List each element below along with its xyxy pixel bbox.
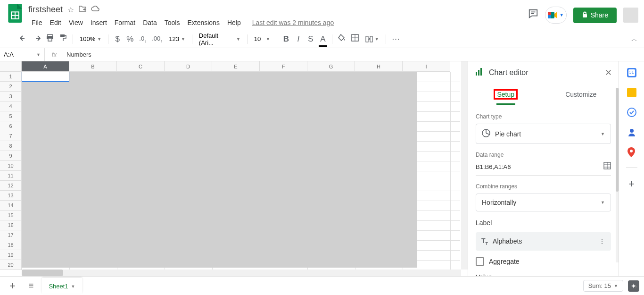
column-header-B[interactable]: B	[69, 61, 117, 72]
row-header-8[interactable]: 8	[0, 141, 22, 151]
sidepanel-toggle-icon[interactable]: ›	[635, 281, 637, 291]
number-format-dropdown[interactable]: 123▼	[166, 34, 188, 43]
maps-icon[interactable]	[627, 147, 636, 157]
row-header-15[interactable]: 15	[0, 211, 22, 220]
row-header-20[interactable]: 20	[0, 260, 22, 270]
row-header-14[interactable]: 14	[0, 201, 22, 211]
column-header-I[interactable]: I	[403, 61, 450, 72]
add-sheet-button[interactable]: +	[5, 280, 20, 292]
row-header-3[interactable]: 3	[0, 92, 22, 101]
quick-sum[interactable]: Sum: 15▼	[583, 280, 623, 292]
data-range-input[interactable]: B1:B6,A1:A6	[476, 163, 511, 170]
decrease-decimal-button[interactable]: .0↓	[137, 33, 148, 45]
formula-input[interactable]: Numbers	[64, 51, 644, 58]
label-chip[interactable]: TT Alphabets ⋮	[476, 232, 611, 251]
row-header-18[interactable]: 18	[0, 240, 22, 250]
column-header-H[interactable]: H	[355, 61, 403, 72]
row-header-5[interactable]: 5	[0, 111, 22, 121]
font-dropdown[interactable]: Default (Ari...▼	[196, 31, 243, 47]
borders-button[interactable]	[349, 32, 361, 46]
zoom-dropdown[interactable]: 100%▼	[77, 34, 104, 43]
close-icon[interactable]: ✕	[605, 67, 612, 78]
row-header-12[interactable]: 12	[0, 181, 22, 191]
cloud-status-icon[interactable]	[91, 5, 99, 14]
undo-button[interactable]	[18, 33, 29, 46]
tasks-icon[interactable]	[627, 108, 636, 117]
column-header-D[interactable]: D	[165, 61, 212, 72]
share-button[interactable]: Share	[573, 8, 617, 23]
strikethrough-button[interactable]: S	[305, 33, 316, 46]
account-avatar[interactable]	[623, 8, 638, 23]
paint-format-button[interactable]	[58, 32, 69, 46]
row-header-17[interactable]: 17	[0, 230, 22, 240]
select-all-corner[interactable]	[0, 61, 22, 72]
row-header-2[interactable]: 2	[0, 82, 22, 92]
row-header-7[interactable]: 7	[0, 131, 22, 141]
active-cell[interactable]	[22, 72, 69, 82]
tab-setup[interactable]: Setup	[468, 84, 544, 105]
text-color-button[interactable]: A	[318, 33, 328, 46]
menu-insert[interactable]: Insert	[87, 17, 110, 28]
meet-button[interactable]: ▼	[545, 7, 567, 24]
comment-history-icon[interactable]	[528, 8, 538, 22]
add-addon-icon[interactable]: +	[628, 178, 635, 190]
column-header-F[interactable]: F	[260, 61, 307, 72]
row-header-1[interactable]: 1	[0, 72, 22, 82]
explore-button[interactable]: ✦	[628, 280, 639, 292]
menu-extensions[interactable]: Extensions	[184, 17, 223, 28]
italic-button[interactable]: I	[293, 33, 304, 46]
row-header-4[interactable]: 4	[0, 101, 22, 111]
star-icon[interactable]: ☆	[67, 5, 74, 14]
column-header-C[interactable]: C	[117, 61, 165, 72]
column-header-E[interactable]: E	[212, 61, 260, 72]
menu-tools[interactable]: Tools	[161, 17, 183, 28]
fill-color-button[interactable]	[336, 32, 347, 46]
spreadsheet-grid[interactable]: ABCDEFGHI 123456789101112131415161718192…	[0, 61, 468, 276]
more-options-icon[interactable]: ⋮	[599, 237, 605, 245]
combine-ranges-select[interactable]: Horizontally ▼	[476, 194, 611, 211]
vertical-scrollbar[interactable]	[461, 61, 468, 270]
all-sheets-button[interactable]: ≡	[26, 281, 37, 291]
column-header-G[interactable]: G	[307, 61, 355, 72]
name-box[interactable]: A:A▼	[0, 48, 45, 61]
column-header-A[interactable]: A	[22, 61, 69, 72]
tab-customize[interactable]: Customize	[544, 84, 619, 105]
percent-button[interactable]: %	[124, 33, 135, 46]
more-toolbar-button[interactable]: ⋯	[390, 32, 402, 46]
document-title[interactable]: firstsheet	[28, 5, 63, 15]
menu-data[interactable]: Data	[140, 17, 160, 28]
menu-format[interactable]: Format	[111, 17, 139, 28]
row-header-13[interactable]: 13	[0, 191, 22, 201]
sheets-logo[interactable]	[6, 4, 25, 23]
horizontal-scrollbar[interactable]	[22, 270, 461, 276]
merge-dropdown[interactable]: ▼	[363, 35, 382, 43]
menu-file[interactable]: File	[28, 17, 46, 28]
redo-button[interactable]	[31, 33, 42, 46]
menu-help[interactable]: Help	[224, 17, 244, 28]
select-range-icon[interactable]	[603, 162, 611, 171]
keep-icon[interactable]	[627, 88, 636, 97]
move-icon[interactable]	[79, 5, 86, 14]
bold-button[interactable]: B	[281, 33, 291, 46]
font-size-dropdown[interactable]: 10▼	[251, 34, 273, 43]
row-header-6[interactable]: 6	[0, 121, 22, 131]
row-header-19[interactable]: 19	[0, 250, 22, 260]
calendar-icon[interactable]: 31	[627, 68, 636, 77]
aggregate-checkbox[interactable]	[476, 257, 484, 266]
row-header-9[interactable]: 9	[0, 151, 22, 161]
menu-edit[interactable]: Edit	[47, 17, 65, 28]
cells-area[interactable]	[22, 72, 460, 270]
currency-button[interactable]: $	[112, 33, 123, 46]
aggregate-checkbox-row[interactable]: Aggregate	[476, 257, 611, 266]
menu-view[interactable]: View	[66, 17, 86, 28]
sheet-tab-sheet1[interactable]: Sheet1▼	[42, 278, 82, 294]
last-edit-link[interactable]: Last edit was 2 minutes ago	[249, 17, 338, 28]
row-header-10[interactable]: 10	[0, 161, 22, 171]
contacts-icon[interactable]	[627, 127, 636, 137]
print-button[interactable]	[44, 32, 56, 46]
chart-type-select[interactable]: Pie chart ▼	[476, 124, 611, 144]
collapse-toolbar-button[interactable]: ︿	[629, 33, 639, 45]
row-header-11[interactable]: 11	[0, 171, 22, 181]
row-header-16[interactable]: 16	[0, 220, 22, 230]
increase-decimal-button[interactable]: .00↑	[150, 33, 164, 45]
